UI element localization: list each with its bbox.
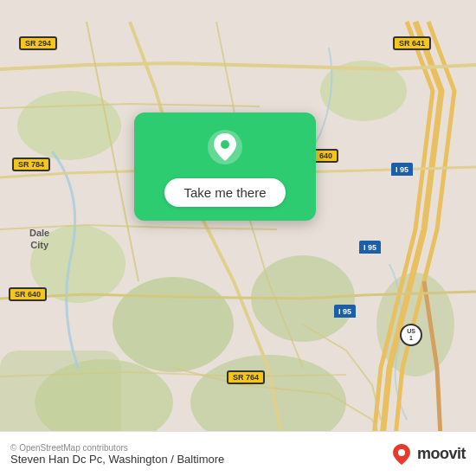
sign-sr294: SR 294 [19, 36, 57, 50]
sign-sr641: SR 641 [393, 36, 431, 50]
sign-sr640-bot: SR 640 [9, 287, 47, 301]
location-pin-icon [206, 128, 244, 170]
osm-attribution: © OpenStreetMap contributors [10, 443, 224, 453]
svg-point-1 [17, 91, 121, 160]
svg-point-12 [221, 140, 229, 149]
sign-sr784: SR 784 [12, 158, 50, 171]
svg-point-13 [398, 449, 405, 456]
city-dale-city: DaleCity [29, 227, 49, 252]
location-label: Steven Han Dc Pc, Washington / Baltimore [10, 453, 224, 466]
sign-i95-top: I 95 [391, 163, 413, 176]
popup-card: Take me there [134, 113, 316, 221]
bottom-bar: © OpenStreetMap contributors Steven Han … [0, 431, 476, 476]
map-container: SR 294 SR 641 SR 784 640 SR 640 SR 764 I… [0, 0, 476, 476]
sign-i95-bot: I 95 [334, 305, 356, 318]
take-me-there-button[interactable]: Take me there [164, 178, 285, 207]
moovit-logo: moovit [389, 442, 466, 466]
moovit-pin-icon [389, 442, 414, 466]
bottom-left-info: © OpenStreetMap contributors Steven Han … [10, 443, 224, 466]
moovit-text: moovit [417, 445, 466, 463]
map-background [0, 0, 476, 476]
sign-us1: US1 [400, 324, 422, 346]
sign-sr764: SR 764 [227, 370, 265, 384]
sign-640: 640 [313, 149, 338, 163]
sign-i95-mid: I 95 [359, 241, 381, 254]
svg-point-4 [113, 277, 234, 372]
